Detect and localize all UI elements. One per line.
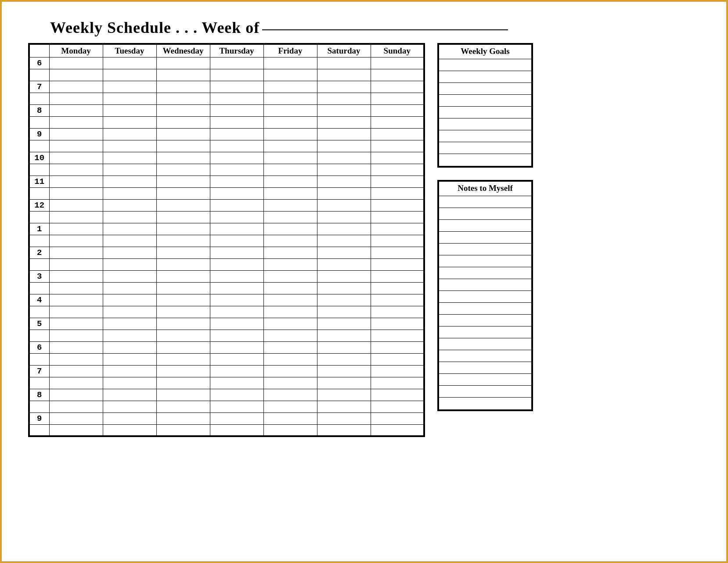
schedule-cell[interactable] [103, 424, 156, 436]
schedule-cell[interactable] [371, 235, 424, 247]
schedule-cell[interactable] [371, 365, 424, 377]
schedule-cell[interactable] [263, 128, 317, 140]
schedule-cell[interactable] [103, 270, 156, 282]
schedule-cell[interactable] [49, 116, 103, 128]
schedule-cell[interactable] [210, 104, 263, 116]
schedule-cell[interactable] [103, 318, 156, 330]
schedule-cell[interactable] [263, 389, 317, 401]
schedule-cell[interactable] [317, 187, 371, 199]
schedule-cell[interactable] [263, 330, 317, 341]
schedule-cell[interactable] [263, 199, 317, 211]
schedule-cell[interactable] [317, 270, 371, 282]
note-line[interactable] [439, 303, 531, 315]
schedule-cell[interactable] [49, 211, 103, 223]
schedule-cell[interactable] [317, 211, 371, 223]
schedule-cell[interactable] [317, 140, 371, 152]
schedule-cell[interactable] [371, 306, 424, 318]
schedule-cell[interactable] [103, 294, 156, 306]
schedule-cell[interactable] [371, 211, 424, 223]
schedule-cell[interactable] [210, 116, 263, 128]
note-line[interactable] [439, 350, 531, 362]
schedule-cell[interactable] [156, 282, 210, 294]
schedule-cell[interactable] [103, 152, 156, 164]
schedule-cell[interactable] [49, 164, 103, 176]
schedule-cell[interactable] [103, 116, 156, 128]
schedule-cell[interactable] [210, 199, 263, 211]
schedule-cell[interactable] [317, 389, 371, 401]
schedule-cell[interactable] [210, 365, 263, 377]
schedule-cell[interactable] [103, 353, 156, 365]
schedule-cell[interactable] [103, 57, 156, 69]
schedule-cell[interactable] [49, 389, 103, 401]
schedule-cell[interactable] [317, 330, 371, 341]
schedule-cell[interactable] [371, 128, 424, 140]
schedule-cell[interactable] [210, 69, 263, 81]
schedule-cell[interactable] [103, 81, 156, 93]
schedule-cell[interactable] [263, 235, 317, 247]
schedule-cell[interactable] [210, 258, 263, 270]
schedule-cell[interactable] [371, 353, 424, 365]
schedule-cell[interactable] [371, 424, 424, 436]
schedule-cell[interactable] [371, 57, 424, 69]
schedule-cell[interactable] [210, 152, 263, 164]
schedule-cell[interactable] [49, 69, 103, 81]
schedule-cell[interactable] [317, 365, 371, 377]
schedule-cell[interactable] [103, 330, 156, 341]
schedule-cell[interactable] [371, 412, 424, 424]
schedule-cell[interactable] [49, 152, 103, 164]
schedule-cell[interactable] [210, 247, 263, 258]
schedule-cell[interactable] [49, 412, 103, 424]
schedule-cell[interactable] [317, 377, 371, 389]
schedule-cell[interactable] [103, 140, 156, 152]
schedule-cell[interactable] [263, 412, 317, 424]
schedule-cell[interactable] [49, 330, 103, 341]
schedule-cell[interactable] [210, 412, 263, 424]
schedule-cell[interactable] [156, 377, 210, 389]
note-line[interactable] [439, 208, 531, 220]
schedule-cell[interactable] [371, 258, 424, 270]
note-line[interactable] [439, 291, 531, 303]
schedule-cell[interactable] [263, 377, 317, 389]
schedule-cell[interactable] [263, 318, 317, 330]
schedule-cell[interactable] [263, 116, 317, 128]
schedule-cell[interactable] [103, 235, 156, 247]
schedule-cell[interactable] [210, 223, 263, 235]
schedule-cell[interactable] [263, 187, 317, 199]
schedule-cell[interactable] [49, 306, 103, 318]
schedule-cell[interactable] [371, 199, 424, 211]
schedule-cell[interactable] [103, 282, 156, 294]
schedule-cell[interactable] [371, 176, 424, 187]
schedule-cell[interactable] [371, 247, 424, 258]
schedule-cell[interactable] [263, 282, 317, 294]
schedule-cell[interactable] [210, 176, 263, 187]
note-line[interactable] [439, 386, 531, 398]
schedule-cell[interactable] [156, 152, 210, 164]
schedule-cell[interactable] [317, 401, 371, 412]
schedule-cell[interactable] [263, 140, 317, 152]
schedule-cell[interactable] [371, 81, 424, 93]
schedule-cell[interactable] [317, 353, 371, 365]
schedule-cell[interactable] [49, 401, 103, 412]
schedule-cell[interactable] [317, 93, 371, 104]
schedule-cell[interactable] [317, 104, 371, 116]
schedule-cell[interactable] [371, 341, 424, 353]
schedule-cell[interactable] [371, 270, 424, 282]
schedule-cell[interactable] [156, 389, 210, 401]
schedule-cell[interactable] [317, 306, 371, 318]
goal-line[interactable] [439, 107, 531, 118]
note-line[interactable] [439, 232, 531, 244]
note-line[interactable] [439, 362, 531, 374]
schedule-cell[interactable] [263, 270, 317, 282]
schedule-cell[interactable] [263, 424, 317, 436]
schedule-cell[interactable] [263, 57, 317, 69]
schedule-cell[interactable] [156, 104, 210, 116]
schedule-cell[interactable] [49, 176, 103, 187]
schedule-cell[interactable] [210, 270, 263, 282]
schedule-cell[interactable] [156, 401, 210, 412]
schedule-cell[interactable] [49, 424, 103, 436]
schedule-cell[interactable] [210, 424, 263, 436]
schedule-cell[interactable] [263, 306, 317, 318]
schedule-cell[interactable] [317, 152, 371, 164]
schedule-cell[interactable] [263, 353, 317, 365]
schedule-cell[interactable] [371, 93, 424, 104]
